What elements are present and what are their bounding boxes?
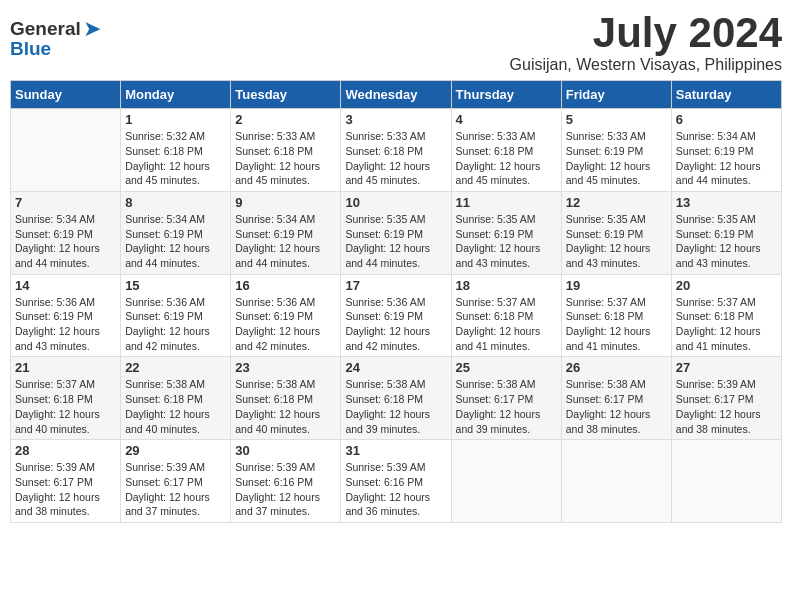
day-info: Sunrise: 5:39 AMSunset: 6:16 PMDaylight:… bbox=[345, 460, 446, 519]
calendar-cell: 25Sunrise: 5:38 AMSunset: 6:17 PMDayligh… bbox=[451, 357, 561, 440]
day-number: 13 bbox=[676, 195, 777, 210]
calendar-cell: 22Sunrise: 5:38 AMSunset: 6:18 PMDayligh… bbox=[121, 357, 231, 440]
day-number: 22 bbox=[125, 360, 226, 375]
calendar-cell: 7Sunrise: 5:34 AMSunset: 6:19 PMDaylight… bbox=[11, 191, 121, 274]
calendar-table: SundayMondayTuesdayWednesdayThursdayFrid… bbox=[10, 80, 782, 523]
weekday-header-thursday: Thursday bbox=[451, 81, 561, 109]
week-row-4: 21Sunrise: 5:37 AMSunset: 6:18 PMDayligh… bbox=[11, 357, 782, 440]
calendar-cell: 26Sunrise: 5:38 AMSunset: 6:17 PMDayligh… bbox=[561, 357, 671, 440]
day-info: Sunrise: 5:38 AMSunset: 6:18 PMDaylight:… bbox=[345, 377, 446, 436]
day-number: 15 bbox=[125, 278, 226, 293]
day-number: 26 bbox=[566, 360, 667, 375]
calendar-cell: 19Sunrise: 5:37 AMSunset: 6:18 PMDayligh… bbox=[561, 274, 671, 357]
day-number: 2 bbox=[235, 112, 336, 127]
day-number: 31 bbox=[345, 443, 446, 458]
page-header: General ➤ Blue July 2024 Guisijan, Weste… bbox=[10, 10, 782, 74]
day-number: 19 bbox=[566, 278, 667, 293]
day-info: Sunrise: 5:38 AMSunset: 6:17 PMDaylight:… bbox=[566, 377, 667, 436]
calendar-cell: 12Sunrise: 5:35 AMSunset: 6:19 PMDayligh… bbox=[561, 191, 671, 274]
calendar-cell: 15Sunrise: 5:36 AMSunset: 6:19 PMDayligh… bbox=[121, 274, 231, 357]
day-info: Sunrise: 5:37 AMSunset: 6:18 PMDaylight:… bbox=[456, 295, 557, 354]
title-section: July 2024 Guisijan, Western Visayas, Phi… bbox=[510, 10, 782, 74]
day-info: Sunrise: 5:39 AMSunset: 6:17 PMDaylight:… bbox=[676, 377, 777, 436]
calendar-cell: 31Sunrise: 5:39 AMSunset: 6:16 PMDayligh… bbox=[341, 440, 451, 523]
week-row-2: 7Sunrise: 5:34 AMSunset: 6:19 PMDaylight… bbox=[11, 191, 782, 274]
weekday-header-saturday: Saturday bbox=[671, 81, 781, 109]
day-info: Sunrise: 5:37 AMSunset: 6:18 PMDaylight:… bbox=[676, 295, 777, 354]
calendar-cell: 13Sunrise: 5:35 AMSunset: 6:19 PMDayligh… bbox=[671, 191, 781, 274]
day-info: Sunrise: 5:37 AMSunset: 6:18 PMDaylight:… bbox=[566, 295, 667, 354]
calendar-cell: 6Sunrise: 5:34 AMSunset: 6:19 PMDaylight… bbox=[671, 109, 781, 192]
calendar-cell: 1Sunrise: 5:32 AMSunset: 6:18 PMDaylight… bbox=[121, 109, 231, 192]
week-row-5: 28Sunrise: 5:39 AMSunset: 6:17 PMDayligh… bbox=[11, 440, 782, 523]
weekday-header-tuesday: Tuesday bbox=[231, 81, 341, 109]
day-info: Sunrise: 5:39 AMSunset: 6:16 PMDaylight:… bbox=[235, 460, 336, 519]
day-info: Sunrise: 5:38 AMSunset: 6:18 PMDaylight:… bbox=[125, 377, 226, 436]
day-info: Sunrise: 5:33 AMSunset: 6:19 PMDaylight:… bbox=[566, 129, 667, 188]
weekday-header-friday: Friday bbox=[561, 81, 671, 109]
calendar-cell bbox=[11, 109, 121, 192]
day-number: 25 bbox=[456, 360, 557, 375]
day-number: 17 bbox=[345, 278, 446, 293]
calendar-cell: 21Sunrise: 5:37 AMSunset: 6:18 PMDayligh… bbox=[11, 357, 121, 440]
day-info: Sunrise: 5:35 AMSunset: 6:19 PMDaylight:… bbox=[456, 212, 557, 271]
day-info: Sunrise: 5:36 AMSunset: 6:19 PMDaylight:… bbox=[235, 295, 336, 354]
calendar-cell: 20Sunrise: 5:37 AMSunset: 6:18 PMDayligh… bbox=[671, 274, 781, 357]
day-info: Sunrise: 5:35 AMSunset: 6:19 PMDaylight:… bbox=[566, 212, 667, 271]
location: Guisijan, Western Visayas, Philippines bbox=[510, 56, 782, 74]
day-number: 28 bbox=[15, 443, 116, 458]
day-number: 30 bbox=[235, 443, 336, 458]
weekday-header-wednesday: Wednesday bbox=[341, 81, 451, 109]
day-info: Sunrise: 5:39 AMSunset: 6:17 PMDaylight:… bbox=[15, 460, 116, 519]
calendar-cell: 11Sunrise: 5:35 AMSunset: 6:19 PMDayligh… bbox=[451, 191, 561, 274]
logo-bird-icon: ➤ bbox=[83, 16, 101, 42]
weekday-header-monday: Monday bbox=[121, 81, 231, 109]
day-number: 14 bbox=[15, 278, 116, 293]
day-info: Sunrise: 5:36 AMSunset: 6:19 PMDaylight:… bbox=[15, 295, 116, 354]
logo: General ➤ Blue bbox=[10, 10, 101, 60]
day-number: 29 bbox=[125, 443, 226, 458]
day-number: 12 bbox=[566, 195, 667, 210]
day-number: 1 bbox=[125, 112, 226, 127]
day-info: Sunrise: 5:35 AMSunset: 6:19 PMDaylight:… bbox=[345, 212, 446, 271]
weekday-header-sunday: Sunday bbox=[11, 81, 121, 109]
week-row-3: 14Sunrise: 5:36 AMSunset: 6:19 PMDayligh… bbox=[11, 274, 782, 357]
logo-blue: Blue bbox=[10, 38, 51, 60]
day-number: 4 bbox=[456, 112, 557, 127]
day-number: 6 bbox=[676, 112, 777, 127]
day-number: 20 bbox=[676, 278, 777, 293]
calendar-cell: 3Sunrise: 5:33 AMSunset: 6:18 PMDaylight… bbox=[341, 109, 451, 192]
day-info: Sunrise: 5:34 AMSunset: 6:19 PMDaylight:… bbox=[676, 129, 777, 188]
day-info: Sunrise: 5:34 AMSunset: 6:19 PMDaylight:… bbox=[125, 212, 226, 271]
day-info: Sunrise: 5:38 AMSunset: 6:18 PMDaylight:… bbox=[235, 377, 336, 436]
calendar-cell: 9Sunrise: 5:34 AMSunset: 6:19 PMDaylight… bbox=[231, 191, 341, 274]
day-info: Sunrise: 5:33 AMSunset: 6:18 PMDaylight:… bbox=[456, 129, 557, 188]
day-number: 16 bbox=[235, 278, 336, 293]
logo-general: General bbox=[10, 18, 81, 40]
calendar-cell: 23Sunrise: 5:38 AMSunset: 6:18 PMDayligh… bbox=[231, 357, 341, 440]
calendar-cell bbox=[671, 440, 781, 523]
day-info: Sunrise: 5:35 AMSunset: 6:19 PMDaylight:… bbox=[676, 212, 777, 271]
day-info: Sunrise: 5:33 AMSunset: 6:18 PMDaylight:… bbox=[345, 129, 446, 188]
calendar-cell: 5Sunrise: 5:33 AMSunset: 6:19 PMDaylight… bbox=[561, 109, 671, 192]
calendar-cell: 2Sunrise: 5:33 AMSunset: 6:18 PMDaylight… bbox=[231, 109, 341, 192]
day-number: 18 bbox=[456, 278, 557, 293]
day-number: 10 bbox=[345, 195, 446, 210]
day-info: Sunrise: 5:39 AMSunset: 6:17 PMDaylight:… bbox=[125, 460, 226, 519]
day-number: 11 bbox=[456, 195, 557, 210]
calendar-cell: 27Sunrise: 5:39 AMSunset: 6:17 PMDayligh… bbox=[671, 357, 781, 440]
day-number: 23 bbox=[235, 360, 336, 375]
calendar-cell: 14Sunrise: 5:36 AMSunset: 6:19 PMDayligh… bbox=[11, 274, 121, 357]
calendar-cell bbox=[561, 440, 671, 523]
month-title: July 2024 bbox=[510, 10, 782, 56]
day-number: 8 bbox=[125, 195, 226, 210]
calendar-cell bbox=[451, 440, 561, 523]
calendar-cell: 28Sunrise: 5:39 AMSunset: 6:17 PMDayligh… bbox=[11, 440, 121, 523]
calendar-cell: 4Sunrise: 5:33 AMSunset: 6:18 PMDaylight… bbox=[451, 109, 561, 192]
calendar-cell: 8Sunrise: 5:34 AMSunset: 6:19 PMDaylight… bbox=[121, 191, 231, 274]
day-number: 27 bbox=[676, 360, 777, 375]
day-info: Sunrise: 5:36 AMSunset: 6:19 PMDaylight:… bbox=[345, 295, 446, 354]
week-row-1: 1Sunrise: 5:32 AMSunset: 6:18 PMDaylight… bbox=[11, 109, 782, 192]
day-info: Sunrise: 5:34 AMSunset: 6:19 PMDaylight:… bbox=[15, 212, 116, 271]
day-info: Sunrise: 5:34 AMSunset: 6:19 PMDaylight:… bbox=[235, 212, 336, 271]
